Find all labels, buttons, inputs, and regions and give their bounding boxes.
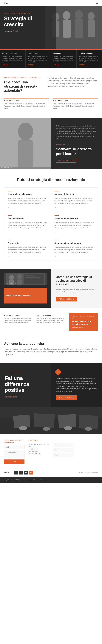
build-right-btn[interactable]: PER SAPERE DI PIÙ	[56, 297, 77, 302]
what-label: Fare movimento da e verso le • software …	[4, 76, 42, 78]
footer-contact-col: Contattaci 3920 14 Avenue Avenue 126 470…	[29, 440, 49, 464]
dark-link[interactable]: Immagine di Freepik	[5, 396, 46, 398]
split-right-label: NOSTRO BRAND	[56, 144, 97, 146]
build-left: TITOLO DI ESEMPIO Lorem ipsum dolor non …	[0, 269, 51, 308]
build-sub2-title: Lorem ipsum dolor non aliqua	[6, 294, 31, 297]
growth-item-more-4[interactable]: →	[8, 256, 9, 257]
hero-card-link-1[interactable]: Leggi di più	[28, 64, 49, 66]
split-left: Immagine di Freepik	[0, 118, 51, 169]
hero-card-link-3[interactable]: Leggi di più	[79, 64, 100, 66]
svg-rect-27	[58, 414, 76, 428]
hero-card-link-0[interactable]: Leggi di più	[2, 64, 23, 66]
growth-item-title-1: Sviluppo del mercato	[54, 193, 95, 195]
growth-item-more-1[interactable]: →	[54, 206, 56, 208]
footer-contact-info: 3920 14 Avenue Avenue 126 470 7061 info@…	[29, 443, 49, 455]
growth-item-more-2[interactable]: →	[8, 231, 9, 232]
growth-item-5: Segmentazione del mercato Congue eu cons…	[51, 236, 98, 261]
growth-item-text-5: Congue eu consequat ac felis done in ult…	[54, 246, 95, 254]
example-bar-0	[4, 313, 33, 313]
hero-link-anchor[interactable]: Freepik	[13, 30, 18, 32]
social-icon-linkedin[interactable]: in	[24, 471, 28, 474]
svg-point-31	[64, 426, 72, 430]
footer-contact-title: Contattaci	[29, 440, 49, 441]
growth-item-text-3: Congue eu consequat ac felis done in ult…	[54, 222, 95, 229]
example-title-1: TITOLO DI ESEMPIO	[37, 315, 65, 316]
hero-cards: La nostra missione Lorem sit amet consec…	[0, 50, 102, 68]
footer-social-icons: f t in ▶	[14, 471, 33, 474]
example-special-text: Fare movimento da e verso le • software …	[72, 320, 95, 326]
examples-grid: TITOLO DI ESEMPIO Lorem dolor non ullamc…	[4, 313, 98, 331]
footer-privacy-link[interactable]: ISCRIVITI Informativa sulla privacy	[79, 472, 98, 473]
what-examples: TITOLO DI ESEMPIO Lorem dolor non ullamc…	[4, 98, 98, 110]
footer-links-col	[78, 440, 98, 464]
split-section: Immagine di Freepik Sebbene siano stati …	[0, 118, 102, 169]
footer-follow-row: Seguici f t in ▶ ISCRIVITI Informativa s…	[4, 468, 98, 477]
social-icon-facebook[interactable]: f	[14, 471, 18, 474]
example-item-0: TITOLO DI ESEMPIO Lorem dolor non ullamc…	[4, 313, 33, 331]
growth-item-bar-1	[54, 191, 59, 191]
hero-section: SU AGENZIA DI CONSULENZA Strategia di cr…	[0, 6, 102, 50]
dark-image-section	[0, 407, 102, 434]
example-special-subtext: Immagine di Freepik	[72, 327, 95, 328]
svg-point-5	[75, 10, 83, 19]
what-example-title-0: TITOLO DI ESEMPIO	[4, 100, 49, 101]
example-title-0: TITOLO DI ESEMPIO	[4, 315, 33, 316]
growth-item-text-0: Congue eu consequat ac felis done in ult…	[8, 197, 48, 204]
svg-rect-22	[25, 279, 38, 279]
examples-section: TITOLO DI ESEMPIO Lorem dolor non ullamc…	[0, 308, 102, 336]
growth-item-2: Canali alternativi Congue eu consequat a…	[4, 212, 51, 236]
logo: logo	[4, 2, 8, 4]
growth-item-bar-4	[8, 240, 12, 240]
hero-link-pre: Immagine di	[4, 30, 12, 32]
growth-item-text-2: Congue eu consequat ac felis done in ult…	[8, 222, 48, 229]
footer-follow-label: Seguici	[4, 472, 11, 473]
dark-difference-section: LA NOSTRA MISSIONE Fai una differenza po…	[0, 363, 102, 407]
growth-item-more-5[interactable]: →	[54, 256, 56, 257]
growth-item-bar-3	[54, 216, 59, 216]
svg-point-30	[43, 427, 50, 431]
growth-item-more-0[interactable]: →	[8, 206, 9, 208]
what-top-row: Fare movimento da e verso le • software …	[4, 76, 98, 93]
growth-item-4: Partnership Congue eu consequat ac felis…	[4, 236, 51, 261]
footer-grid: ISCRIVITI ALLA NOSTRA NEWSLETTER Invia C…	[4, 440, 98, 464]
social-icon-twitter[interactable]: t	[19, 471, 23, 474]
build-right: Costruire una strategia di business anal…	[51, 269, 102, 308]
hero-content: SU AGENZIA DI CONSULENZA Strategia di cr…	[0, 6, 44, 37]
newsletter-message-input[interactable]	[4, 450, 24, 458]
hero-card-link-2[interactable]: Leggi di più	[53, 64, 74, 66]
footer-input-2[interactable]	[53, 448, 73, 452]
hero-title: Strategia di crescita	[4, 16, 40, 28]
growth-item-0: Penetrazione del mercato Congue eu conse…	[4, 188, 51, 212]
growth-item-more-3[interactable]: →	[54, 231, 56, 232]
svg-rect-16	[9, 280, 14, 285]
svg-point-7	[88, 12, 95, 20]
svg-rect-13	[18, 140, 33, 167]
split-link[interactable]: Immagine di Freepik	[1, 167, 12, 168]
dark-right-btn[interactable]: PER SAPERE DI PIÙ	[56, 396, 77, 400]
build-sub-img-2: Lorem ipsum dolor non aliqua	[4, 288, 47, 304]
newsletter-submit-btn[interactable]: Invia	[4, 460, 24, 464]
svg-point-15	[9, 275, 14, 280]
svg-rect-26	[34, 413, 55, 428]
what-example-title-1: TITOLO DI ESEMPIO	[53, 100, 98, 101]
hero-label: SU AGENZIA DI CONSULENZA	[4, 13, 40, 14]
split-right-desc: Sebbene siano stati compiuti progressi s…	[56, 125, 97, 140]
hero-image-bg	[45, 6, 102, 50]
social-icon-youtube[interactable]: ▶	[29, 471, 33, 474]
hero-card-text-2: Lorem sit amet consectur adipiscing elit…	[53, 56, 74, 63]
menu-icon[interactable]: ☰	[96, 1, 98, 4]
newsletter-email-input[interactable]	[4, 445, 24, 449]
footer-input-1[interactable]	[53, 443, 73, 447]
what-example-1: TITOLO DI ESEMPIO Lorem dolor non ullamc…	[53, 98, 98, 110]
footer-newsletter-title: ISCRIVITI ALLA NOSTRA NEWSLETTER	[4, 440, 24, 443]
growth-title: Potenti strategie di crescita aziendale	[4, 178, 98, 182]
footer-input-3[interactable]	[53, 453, 73, 457]
growth-item-1: Sviluppo del mercato Congue eu consequat…	[51, 188, 98, 212]
what-title: Che cos'è una strategia di crescita azie…	[4, 80, 42, 93]
profit-text: Phasellus vestibulum sem sed risus ultri…	[4, 348, 98, 356]
build-right-text: Phasellus vestibulum sem sed risus ultri…	[56, 288, 97, 293]
profit-section: Aumenta la tua redditività Phasellus ves…	[0, 336, 102, 363]
growth-item-title-2: Canali alternativi	[8, 218, 48, 220]
growth-item-text-1: Congue eu consequat ac felis done in ult…	[54, 197, 95, 204]
learn-more-split-button[interactable]: PER SAPERE DI PIÙ	[56, 158, 76, 162]
